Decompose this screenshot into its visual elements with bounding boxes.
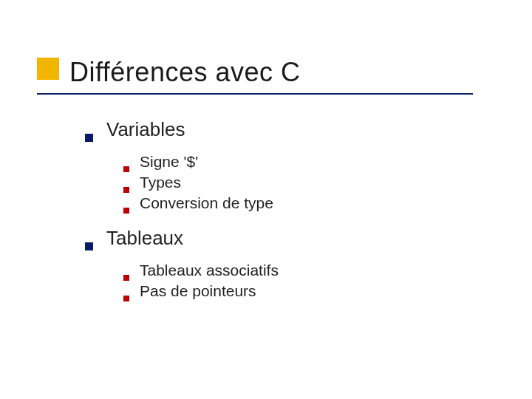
sublist: Signe '$' Types Conversion de type (123, 153, 279, 212)
square-bullet-icon (123, 208, 129, 214)
title-underline (37, 93, 473, 95)
square-bullet-icon (123, 187, 129, 193)
item-label: Conversion de type (140, 194, 273, 212)
square-bullet-icon (123, 275, 129, 281)
square-bullet-icon (123, 296, 129, 301)
item-label: Pas de pointeurs (140, 282, 256, 300)
list-item: Pas de pointeurs (123, 282, 279, 300)
square-bullet-icon (123, 166, 129, 172)
sublist: Tableaux associatifs Pas de pointeurs (123, 262, 279, 300)
list-item: Variables (85, 118, 279, 141)
square-bullet-icon (85, 242, 93, 250)
section-label: Variables (106, 118, 185, 141)
list-item: Signe '$' (123, 153, 279, 171)
slide-title: Différences avec C (37, 58, 300, 87)
item-label: Types (140, 174, 181, 191)
slide-title-block: Différences avec C (37, 58, 300, 87)
list-item: Tableaux associatifs (123, 262, 279, 279)
square-bullet-icon (85, 134, 93, 142)
list-item: Tableaux (85, 227, 279, 250)
item-label: Tableaux associatifs (140, 262, 279, 279)
list-item: Conversion de type (123, 194, 279, 212)
section-label: Tableaux (106, 227, 183, 250)
list-item: Types (123, 174, 279, 191)
slide-content: Variables Signe '$' Types Conversion de … (85, 118, 279, 315)
item-label: Signe '$' (140, 153, 198, 171)
